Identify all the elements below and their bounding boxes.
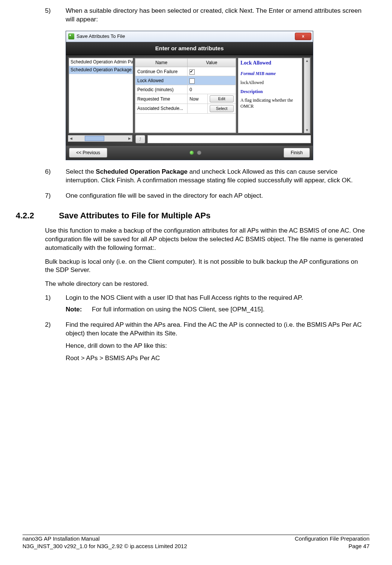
section-para-1: Use this function to make a backup of th…	[45, 227, 367, 252]
step-7-num: 7)	[45, 192, 66, 200]
section-step-1: 1) Login to the NOS Client with a user I…	[45, 294, 367, 314]
desc-body: A flag indicating whether the OMCR	[240, 97, 300, 109]
close-button[interactable]: x	[295, 33, 311, 40]
step-7: 7) One configuration file will be saved …	[45, 192, 367, 200]
table-row[interactable]: Associated Schedule... Select	[135, 104, 236, 114]
step-5-num: 5)	[45, 7, 66, 24]
dialog-titlebar: Save Attributes To File x	[66, 31, 313, 42]
dot-icon	[189, 150, 194, 155]
section-para-2: Bulk backup is local only (i.e. on the C…	[45, 258, 367, 275]
dialog-banner: Enter or amend attributes	[66, 42, 313, 55]
previous-button[interactable]: << Previous	[69, 148, 107, 158]
list-item[interactable]: Scheduled Operation Package	[69, 66, 133, 74]
section-title: Save Attributes to File for Multiple APs	[59, 210, 210, 221]
path-field[interactable]	[147, 135, 311, 143]
scroll-up-icon[interactable]: ▲	[305, 58, 309, 63]
list-item[interactable]: Scheduled Operation Admin Pac	[69, 58, 133, 66]
dot-icon	[197, 150, 201, 155]
footer-left-2: N3G_INST_300 v292_1.0 for N3G_2.92 © ip.…	[23, 542, 187, 550]
package-list[interactable]: Scheduled Operation Admin Pac Scheduled …	[69, 58, 133, 133]
dialog-title: Save Attributes To File	[77, 33, 125, 40]
progress-dots	[189, 150, 201, 155]
scroll-left-icon[interactable]: ◀	[68, 136, 74, 141]
section-para-3: The whole directory can be restored.	[45, 280, 367, 289]
section-step-1-num: 1)	[45, 294, 66, 314]
page-footer: nano3G AP Installation Manual Configurat…	[23, 535, 369, 550]
checkbox-icon[interactable]	[189, 69, 195, 75]
footer-left-1: nano3G AP Installation Manual	[23, 535, 100, 542]
checkbox-icon[interactable]	[189, 78, 195, 84]
section-step-2-sub1: Hence, drill down to the AP like this:	[66, 342, 367, 350]
section-number: 4.2.2	[16, 210, 59, 221]
section-heading: 4.2.2 Save Attributes to File for Multip…	[23, 210, 369, 221]
finish-button[interactable]: Finish	[284, 148, 310, 158]
section-step-2-text: Find the required AP within the APs area…	[66, 321, 367, 338]
table-row[interactable]: Requested Time Now Edit	[135, 94, 236, 104]
section-step-2: 2) Find the required AP within the APs a…	[45, 321, 367, 363]
table-row[interactable]: Periodic (minutes) 0	[135, 85, 236, 94]
col-name: Name	[135, 59, 188, 67]
step-6-text: Select the Scheduled Operation Package a…	[66, 168, 367, 185]
section-step-2-sub2: Root > APs > BSMIS APs Per AC	[66, 354, 367, 363]
note-label: Note:	[66, 305, 92, 314]
step-5-text: When a suitable directory has been selec…	[66, 7, 367, 24]
footer-right-1: Configuration File Preparation	[295, 535, 369, 542]
desc-heading: Lock Allowed	[240, 60, 300, 67]
table-row[interactable]: Continue On Failure	[135, 67, 236, 76]
desc-mib-name: lockAllowed	[240, 80, 300, 86]
step-5: 5) When a suitable directory has been se…	[45, 7, 367, 24]
vertical-scrollbar[interactable]: ▲ ▼	[304, 58, 310, 133]
table-row[interactable]: Lock Allowed	[135, 76, 236, 85]
edit-button[interactable]: Edit	[210, 95, 234, 102]
scroll-thumb[interactable]	[85, 136, 104, 141]
step-6: 6) Select the Scheduled Operation Packag…	[45, 168, 367, 185]
wizard-footer: << Previous Finish	[66, 145, 313, 160]
attributes-table: Name Value Continue On Failure Lock Allo…	[135, 58, 236, 133]
footer-right-2: Page 47	[348, 542, 369, 550]
scroll-down-icon[interactable]: ▼	[305, 128, 309, 133]
section-step-1-text: Login to the NOS Client with a user ID t…	[66, 294, 367, 302]
section-step-2-num: 2)	[45, 321, 66, 363]
scroll-right-icon[interactable]: ▶	[127, 136, 132, 141]
app-icon	[68, 33, 74, 39]
horizontal-scrollbar[interactable]: ◀ ▶	[68, 135, 132, 142]
step-6-num: 6)	[45, 168, 66, 185]
select-button[interactable]: Select	[210, 105, 234, 112]
up-arrow-icon: ⤴	[139, 137, 141, 142]
step-7-text: One configuration file will be saved in …	[66, 192, 367, 200]
desc-section: Description	[240, 89, 300, 95]
description-panel: Lock Allowed Formal MIB name lockAllowed…	[238, 58, 302, 133]
dialog-figure: Save Attributes To File x Enter or amend…	[66, 31, 313, 160]
col-value: Value	[188, 59, 236, 67]
desc-subheading: Formal MIB name	[240, 71, 300, 77]
up-button[interactable]: ⤴	[135, 135, 145, 143]
note-body: For full information on using the NOS Cl…	[92, 305, 367, 314]
